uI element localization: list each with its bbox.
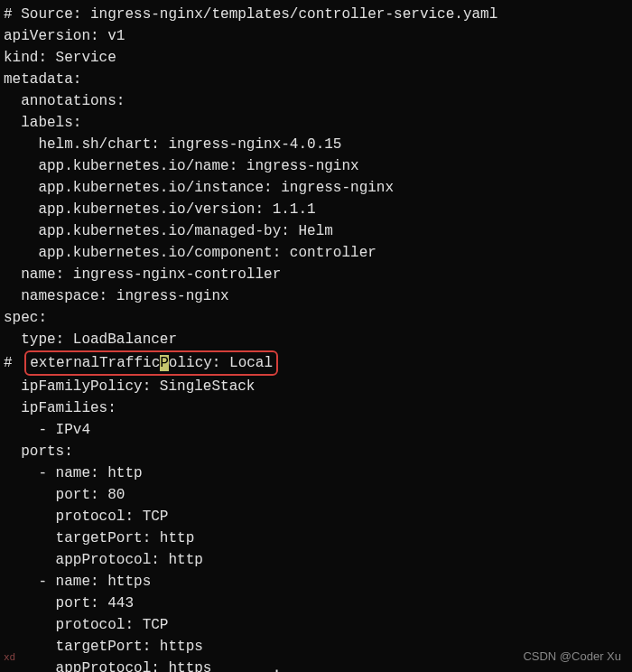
code-line: kind: Service <box>4 47 628 69</box>
code-line: protocol: TCP <box>4 614 628 636</box>
code-line: labels: <box>4 112 628 134</box>
code-text: externalTraffic <box>30 355 160 371</box>
code-line: port: 443 <box>4 593 628 614</box>
code-line: - name: https <box>4 571 628 593</box>
code-line: ipFamilies: <box>4 397 628 419</box>
cursor-position: P <box>160 355 169 371</box>
left-marker: xd <box>4 650 15 666</box>
code-text: olicy: Local <box>169 355 273 371</box>
code-block: # Source: ingress-nginx/templates/contro… <box>4 4 628 672</box>
code-line: ports: <box>4 441 628 462</box>
code-line: targetPort: http <box>4 527 628 549</box>
code-line: app.kubernetes.io/version: 1.1.1 <box>4 199 628 220</box>
code-line: type: LoadBalancer <box>4 329 628 350</box>
code-line: protocol: TCP <box>4 506 628 527</box>
code-line: name: ingress-nginx-controller <box>4 264 628 285</box>
code-line: appProtocol: http <box>4 549 628 571</box>
code-line: port: 80 <box>4 484 628 506</box>
code-line: app.kubernetes.io/instance: ingress-ngin… <box>4 177 628 199</box>
code-line: helm.sh/chart: ingress-nginx-4.0.15 <box>4 134 628 155</box>
code-line: ipFamilyPolicy: SingleStack <box>4 376 628 397</box>
code-line: # Source: ingress-nginx/templates/contro… <box>4 4 628 25</box>
code-line: annotations: <box>4 90 628 112</box>
code-line: app.kubernetes.io/component: controller <box>4 242 628 264</box>
code-line: - IPv4 <box>4 419 628 441</box>
code-line: - name: http <box>4 462 628 484</box>
code-line: namespace: ingress-nginx <box>4 285 628 307</box>
highlight-box: externalTrafficPolicy: Local <box>24 350 278 376</box>
watermark-text: CSDN @Coder Xu <box>523 648 621 666</box>
code-line: spec: <box>4 307 628 329</box>
comment-prefix: # <box>4 355 21 371</box>
code-line: apiVersion: v1 <box>4 25 628 47</box>
code-line: app.kubernetes.io/managed-by: Helm <box>4 220 628 242</box>
highlighted-code-line: # externalTrafficPolicy: Local <box>4 350 628 376</box>
code-line: app.kubernetes.io/name: ingress-nginx <box>4 155 628 177</box>
code-line: metadata: <box>4 69 628 90</box>
